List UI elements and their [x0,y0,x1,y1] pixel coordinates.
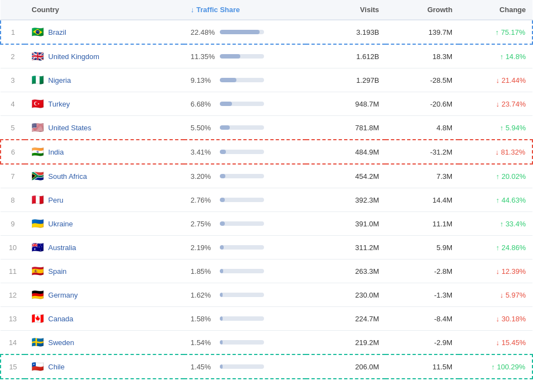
country-cell[interactable]: 🇦🇺 Australia [25,236,184,259]
country-name[interactable]: Turkey [48,100,70,108]
arrow-down-icon: ↓ [496,100,502,108]
country-flag: 🇨🇱 [31,361,44,373]
growth-cell: 14.4M [386,188,459,212]
change-value: 33.4% [505,220,526,228]
country-name[interactable]: Ukraine [48,220,73,228]
country-name[interactable]: United States [48,124,91,132]
traffic-bar-bg [220,174,264,178]
country-cell[interactable]: 🇮🇳 India [25,140,184,164]
table-row: 2 🇬🇧 United Kingdom 11.35% 1.612B 18.3M … [1,44,532,68]
country-cell[interactable]: 🇩🇪 Germany [25,283,184,307]
traffic-share-cell: 11.35% [184,44,306,68]
traffic-percent: 6.68% [191,100,215,108]
traffic-bar-bg [220,198,264,202]
traffic-bar-fill [220,340,223,345]
country-cell[interactable]: 🇺🇸 United States [25,116,184,140]
traffic-bar-bg [220,54,264,59]
country-name[interactable]: South Africa [48,172,87,181]
traffic-percent: 5.50% [191,124,215,132]
traffic-percent: 22.48% [191,28,215,36]
traffic-share-header[interactable]: ↓Traffic Share [184,0,306,20]
change-value: 44.63% [502,196,526,204]
country-cell[interactable]: 🇧🇷 Brazil [25,20,184,44]
table-row: 7 🇿🇦 South Africa 3.20% 454.2M 7.3M ↑ 20… [1,164,532,188]
country-flag: 🇪🇸 [31,265,44,277]
change-cell: ↑ 5.94% [459,116,532,140]
traffic-percent: 2.76% [191,196,215,204]
country-name[interactable]: Sweden [48,338,74,347]
country-name[interactable]: United Kingdom [48,52,99,61]
country-cell[interactable]: 🇪🇸 Spain [25,259,184,283]
traffic-percent: 11.35% [191,52,215,61]
country-name[interactable]: Chile [48,363,65,371]
country-flag: 🇳🇬 [31,74,44,86]
change-cell: ↑ 24.86% [459,236,532,259]
change-value: 81.32% [501,148,525,156]
country-flag: 🇿🇦 [31,170,44,182]
country-name[interactable]: Peru [48,196,63,204]
country-cell[interactable]: 🇨🇦 Canada [25,307,184,331]
growth-header[interactable]: Growth [386,0,459,20]
visits-cell: 263.3M [306,259,386,283]
growth-cell: 4.8M [386,116,459,140]
change-header[interactable]: Change [459,0,532,20]
traffic-bar-fill [220,150,226,154]
traffic-percent: 1.54% [191,338,215,347]
traffic-percent: 2.75% [191,220,215,228]
visits-cell: 230.0M [306,283,386,307]
table-row: 3 🇳🇬 Nigeria 9.13% 1.297B -28.5M ↓ 21.44… [1,68,532,92]
country-cell[interactable]: 🇺🇦 Ukraine [25,212,184,236]
traffic-percent: 1.58% [191,315,215,323]
country-cell[interactable]: 🇵🇪 Peru [25,188,184,212]
traffic-share-cell: 1.62% [184,283,306,307]
traffic-bar-bg [220,125,264,130]
traffic-bar-fill [220,269,223,273]
country-cell[interactable]: 🇿🇦 South Africa [25,164,184,188]
country-name[interactable]: Spain [48,267,66,276]
country-cell[interactable]: 🇳🇬 Nigeria [25,68,184,92]
arrow-up-icon: ↑ [496,196,502,204]
table-row: 14 🇸🇪 Sweden 1.54% 219.2M -2.9M ↓ 15.45% [1,331,532,355]
traffic-share-cell: 2.19% [184,236,306,259]
arrow-down-icon: ↓ [496,338,502,347]
country-name[interactable]: Canada [48,315,73,323]
country-cell[interactable]: 🇸🇪 Sweden [25,331,184,355]
change-cell: ↓ 12.39% [459,259,532,283]
table-row: 12 🇩🇪 Germany 1.62% 230.0M -1.3M ↓ 5.97% [1,283,532,307]
country-cell[interactable]: 🇬🇧 United Kingdom [25,44,184,68]
country-header[interactable]: Country [25,0,184,20]
arrow-down-icon: ↓ [496,76,502,84]
traffic-share-cell: 1.58% [184,307,306,331]
growth-cell: 11.1M [386,212,459,236]
change-value: 75.17% [501,28,525,36]
rank-cell: 13 [1,307,25,331]
country-name[interactable]: Brazil [48,28,66,36]
traffic-bar-fill [220,174,225,178]
traffic-share-cell: 2.76% [184,188,306,212]
change-cell: ↑ 14.8% [459,44,532,68]
traffic-bar-fill [220,245,224,250]
traffic-bar-bg [220,316,264,321]
country-cell[interactable]: 🇨🇱 Chile [25,354,184,379]
country-name[interactable]: Nigeria [48,76,71,84]
country-cell[interactable]: 🇹🇷 Turkey [25,92,184,116]
rank-cell: 8 [1,188,25,212]
visits-header[interactable]: Visits [306,0,386,20]
traffic-percent: 1.45% [191,363,215,371]
country-name[interactable]: Australia [48,243,76,252]
arrow-up-icon: ↑ [500,220,505,228]
country-flag: 🇨🇦 [31,312,44,325]
change-cell: ↑ 75.17% [459,20,532,44]
growth-cell: -2.8M [386,259,459,283]
country-name[interactable]: India [48,148,64,156]
country-flag: 🇹🇷 [31,98,44,110]
country-name[interactable]: Germany [48,291,77,299]
sort-down-icon: ↓ [191,6,194,14]
visits-cell: 3.193B [306,20,386,44]
traffic-bar-bg [220,221,264,226]
change-value: 14.8% [505,52,526,61]
traffic-bar-bg [220,364,264,369]
visits-cell: 219.2M [306,331,386,355]
rank-cell: 2 [1,44,25,68]
visits-cell: 1.612B [306,44,386,68]
